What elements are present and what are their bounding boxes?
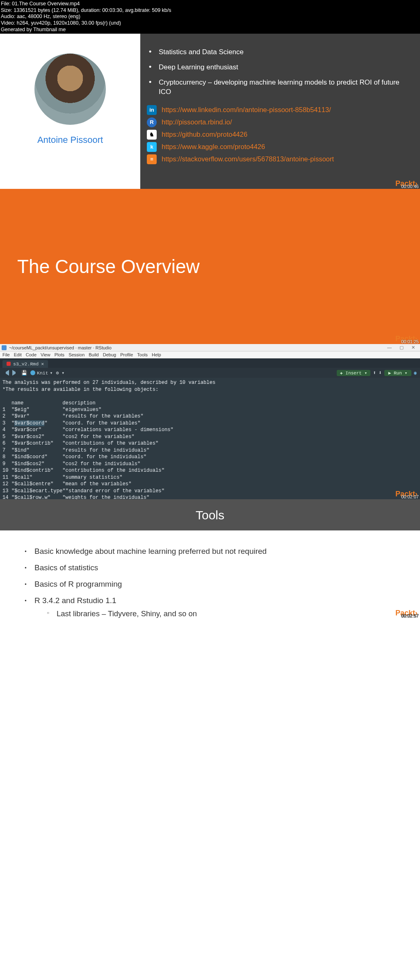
editor-toolbar: 💾 Knit ▾ ⚙ ▾ ✚ Insert ▾ ⬆ ⬇ ▶ Run ▾ ◉ [0, 368, 420, 378]
menu-item[interactable]: File [2, 352, 10, 357]
go-down-icon[interactable]: ⬇ [379, 370, 382, 376]
nav-fwd-icon[interactable] [12, 370, 18, 376]
slide-rstudio: ~/courseML_packt/unsupervised · master ·… [0, 344, 420, 499]
menu-item[interactable]: Session [68, 352, 84, 357]
settings-button[interactable]: ⚙ ▾ [56, 370, 65, 376]
author-panel: Antoine Pissoort [0, 34, 140, 189]
tools-subitem: Last libraries – Tidyvere, Shiny, and so… [47, 609, 420, 618]
menu-item[interactable]: Profile [120, 352, 133, 357]
slide-title: The Course Overview Packt› 00:01:25 [0, 189, 420, 344]
publish-icon[interactable]: ◉ [414, 370, 417, 376]
nav-back-icon[interactable] [3, 370, 9, 376]
kaggle-icon: k [147, 142, 157, 152]
rstudio-icon [2, 345, 7, 350]
video-metadata: File: 01.The Course Overview.mp4 Size: 1… [0, 0, 420, 34]
bullet-item: Deep Learning enthusiast [146, 63, 412, 78]
rstudio-title: ~/courseML_packt/unsupervised · master ·… [9, 345, 112, 350]
link-stackoverflow: ≡ https://stackoverflow.com/users/567881… [147, 154, 412, 164]
timestamp: 00:02:57 [401, 613, 419, 618]
tools-header: Tools [0, 499, 420, 530]
editor-tabrow: s3_v2.Rmd ✕ [0, 358, 420, 368]
knit-button[interactable]: Knit ▾ [30, 370, 53, 376]
code-area[interactable]: The analysis was performed on 27 individ… [0, 378, 420, 512]
bullet-item: Statistics and Data Science [146, 48, 412, 63]
menu-item[interactable]: Debug [103, 352, 116, 357]
menu-item[interactable]: Plots [55, 352, 64, 357]
meta-file: File: 01.The Course Overview.mp4 [1, 1, 418, 7]
menu-item[interactable]: Tools [137, 352, 148, 357]
link-text[interactable]: https://stackoverflow.com/users/5678813/… [162, 154, 334, 163]
window-buttons[interactable]: — ▢ ✕ [387, 345, 418, 350]
menu-item[interactable]: Edit [14, 352, 22, 357]
link-text[interactable]: http://pissoorta.rbind.io/ [162, 117, 232, 126]
menu-item[interactable]: Code [26, 352, 37, 357]
editor-tab[interactable]: s3_v2.Rmd ✕ [2, 360, 48, 368]
timestamp: 00:01:25 [401, 339, 419, 344]
author-details: Statistics and Data Science Deep Learnin… [140, 34, 420, 189]
author-avatar [34, 53, 106, 125]
tools-item: Basic knowledge about machine learning p… [25, 547, 420, 563]
bullet-item: Cryptocurrency – developing machine lear… [146, 78, 412, 103]
meta-size: Size: 13361521 bytes (12.74 MiB), durati… [1, 7, 418, 14]
page-spacer [0, 618, 420, 967]
menu-item[interactable]: Help [152, 352, 161, 357]
link-linkedin: in https://www.linkedin.com/in/antoine-p… [147, 105, 412, 115]
tools-item: Basics of R programming [25, 580, 420, 596]
rmd-file-icon [7, 362, 11, 366]
stackoverflow-icon: ≡ [147, 154, 157, 164]
save-icon[interactable]: 💾 [21, 370, 27, 376]
link-text[interactable]: https://github.com/proto4426 [162, 130, 247, 139]
tools-item: R 3.4.2 and Rstudio 1.1 Last libraries –… [25, 596, 420, 626]
meta-gen: Generated by Thumbnail me [1, 27, 418, 33]
linkedin-icon: in [147, 105, 157, 115]
slide-author-intro: Antoine Pissoort Statistics and Data Sci… [0, 34, 420, 189]
tools-list: Basic knowledge about machine learning p… [0, 547, 420, 626]
link-text[interactable]: https://www.kaggle.com/proto4426 [162, 142, 265, 151]
link-kaggle: k https://www.kaggle.com/proto4426 [147, 142, 412, 152]
link-github: ♞ https://github.com/proto4426 [147, 130, 412, 140]
github-icon: ♞ [147, 130, 157, 140]
author-name: Antoine Pissoort [37, 135, 103, 145]
link-r: R http://pissoorta.rbind.io/ [147, 117, 412, 127]
menu-item[interactable]: Build [89, 352, 98, 357]
rstudio-menu[interactable]: File Edit Code View Plots Session Build … [0, 351, 420, 358]
slide-tools: Tools Basic knowledge about machine lear… [0, 499, 420, 618]
tools-item: Basics of statistics [25, 563, 420, 580]
timestamp: 00:02:07 [401, 494, 419, 499]
meta-video: Video: h264, yuv420p, 1920x1080, 30.00 f… [1, 20, 418, 27]
r-icon: R [147, 117, 157, 127]
knit-icon [30, 370, 35, 375]
meta-audio: Audio: aac, 48000 Hz, stereo (eng) [1, 14, 418, 20]
insert-button[interactable]: ✚ Insert ▾ [337, 370, 370, 376]
run-button[interactable]: ▶ Run ▾ [384, 370, 411, 376]
menu-item[interactable]: View [41, 352, 50, 357]
title-text: The Course Overview [17, 255, 200, 278]
go-up-icon[interactable]: ⬆ [373, 370, 376, 376]
link-text[interactable]: https://www.linkedin.com/in/antoine-piss… [162, 105, 331, 114]
rstudio-titlebar: ~/courseML_packt/unsupervised · master ·… [0, 344, 420, 351]
timestamp: 00:00:46 [401, 184, 419, 189]
